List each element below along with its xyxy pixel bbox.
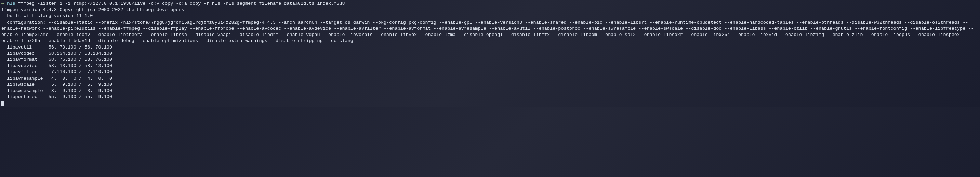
configuration-line: configuration: --disable-static --prefix… (2, 19, 978, 44)
lib-version-row: libpostproc 55. 9.100 / 55. 9.100 (2, 94, 978, 100)
built-with-line: built with clang version 11.1.0 (2, 13, 978, 19)
lib-version-row: libavcodec 58.134.100 / 58.134.100 (2, 51, 978, 57)
lib-version-row: libavutil 56. 70.100 / 56. 70.100 (2, 44, 978, 51)
lib-version-row: libavformat 58. 76.100 / 58. 76.100 (2, 57, 978, 63)
lib-version-row: libswresample 3. 9.100 / 3. 9.100 (2, 88, 978, 94)
prompt-arrow: → (2, 1, 7, 6)
command-text: ffmpeg -listen 1 -i rtmp://127.0.0.1:193… (15, 1, 345, 6)
ffmpeg-version-line: ffmpeg version 4.4.3 Copyright (c) 2000-… (2, 7, 978, 13)
terminal-cursor (2, 101, 4, 106)
command-line: → hls ffmpeg -listen 1 -i rtmp://127.0.0… (2, 1, 978, 7)
lib-version-row: libavfilter 7.110.100 / 7.110.100 (2, 69, 978, 75)
terminal-output[interactable]: → hls ffmpeg -listen 1 -i rtmp://127.0.0… (2, 1, 978, 107)
lib-version-row: libavresample 4. 0. 0 / 4. 0. 0 (2, 76, 978, 82)
prompt-dir: hls (7, 1, 15, 6)
lib-version-row: libswscale 5. 9.100 / 5. 9.100 (2, 82, 978, 88)
lib-version-row: libavdevice 58. 13.100 / 58. 13.100 (2, 63, 978, 69)
